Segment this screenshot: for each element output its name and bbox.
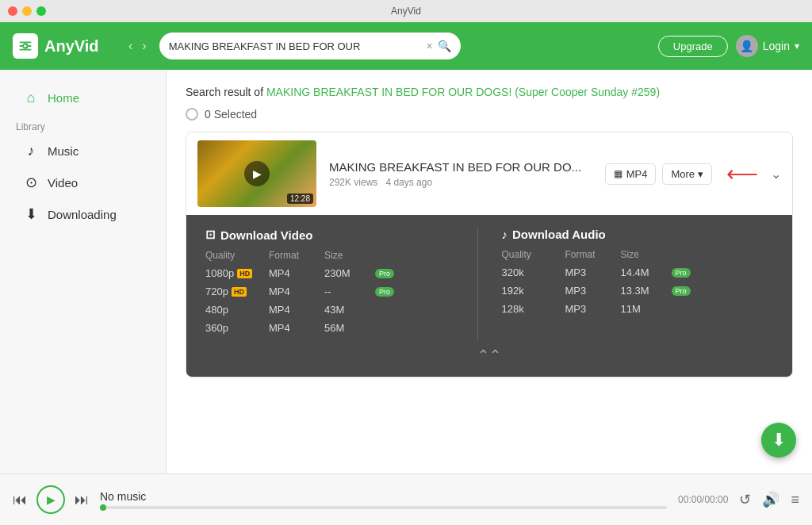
- hd-badge-720p: HD: [232, 287, 247, 297]
- player-controls: ⏮ ▶ ⏭: [13, 485, 89, 514]
- video-row-360p[interactable]: 360p MP4 56M: [205, 322, 477, 334]
- next-button[interactable]: ⏭: [75, 492, 89, 508]
- login-label: Login: [763, 40, 790, 52]
- video-info: MAKING BREAKFAST IN BED FOR OUR DO... 29…: [329, 160, 592, 188]
- video-card-header: ▶ 12:28 MAKING BREAKFAST IN BED FOR OUR …: [186, 132, 792, 215]
- audio-row-128k[interactable]: 128k MP3 11M: [502, 303, 774, 315]
- expand-icon[interactable]: ⌄: [771, 167, 781, 182]
- collapse-button[interactable]: ⌃⌃: [205, 347, 773, 364]
- home-icon: ⌂: [22, 90, 40, 106]
- video-thumbnail: ▶ 12:28: [197, 140, 316, 207]
- sidebar-item-video[interactable]: ⊙ Video: [6, 167, 159, 197]
- sidebar-item-music-label: Music: [48, 144, 79, 158]
- download-panel: ⊡ Download Video Quality Format Size 108…: [186, 215, 792, 377]
- chevron-down-icon: ▾: [698, 168, 703, 180]
- download-icon: ⬇: [22, 205, 40, 223]
- sidebar-item-home[interactable]: ⌂ Home: [6, 83, 159, 113]
- video-actions: ▦ MP4 More ▾ ⟵: [605, 161, 758, 187]
- quality-1080p: 1080pHD: [205, 267, 269, 279]
- more-button[interactable]: More ▾: [662, 163, 712, 185]
- red-arrow-indicator: ⟵: [726, 161, 758, 187]
- playlist-button[interactable]: ≡: [791, 492, 799, 508]
- logo-area: AnyVid: [13, 33, 116, 59]
- selected-count-label: 0 Selected: [205, 108, 257, 121]
- close-button[interactable]: [8, 6, 17, 16]
- pro-badge-320k: Pro: [672, 268, 691, 278]
- video-views: 292K views: [329, 177, 377, 188]
- forward-button[interactable]: ›: [139, 37, 149, 55]
- progress-bar[interactable]: [100, 506, 667, 509]
- format-mp3-320k: MP3: [565, 266, 621, 278]
- format-mp3-192k: MP3: [565, 285, 621, 297]
- main-content: Search result of MAKING BREAKFAST IN BED…: [167, 70, 812, 473]
- dropdown-icon[interactable]: ▾: [795, 40, 799, 52]
- time-display: 00:00/00:00: [678, 494, 728, 505]
- play-overlay-icon[interactable]: ▶: [244, 161, 270, 186]
- previous-button[interactable]: ⏮: [13, 492, 27, 508]
- quality-192k: 192k: [502, 285, 565, 297]
- repeat-button[interactable]: ↺: [739, 491, 751, 508]
- title-bar: AnyVid: [0, 0, 812, 22]
- format-mp4-720p: MP4: [269, 285, 324, 297]
- video-days-ago: 4 days ago: [385, 177, 432, 188]
- logo-icon: [13, 33, 38, 59]
- nav-arrows: ‹ ›: [125, 37, 150, 55]
- video-row-480p[interactable]: 480p MP4 43M: [205, 304, 477, 316]
- video-meta: 292K views 4 days ago: [329, 177, 592, 188]
- select-all-radio[interactable]: [186, 108, 198, 121]
- selected-row: 0 Selected: [186, 108, 793, 121]
- mp4-button[interactable]: ▦ MP4: [605, 163, 657, 185]
- header-right: Upgrade 👤 Login ▾: [658, 35, 799, 57]
- video-row-720p[interactable]: 720pHD MP4 -- Pro: [205, 285, 477, 297]
- format-mp4-360p: MP4: [269, 322, 324, 334]
- login-area[interactable]: 👤 Login ▾: [736, 35, 799, 57]
- search-icon[interactable]: 🔍: [438, 40, 451, 52]
- content-area: ⌂ Home Library ♪ Music ⊙ Video ⬇ Downloa…: [0, 70, 812, 473]
- sidebar-item-home-label: Home: [48, 91, 79, 105]
- quality-360p: 360p: [205, 322, 269, 334]
- pro-badge-192k: Pro: [672, 286, 691, 296]
- search-query-text: MAKING BREAKFAST IN BED FOR OUR: [169, 40, 422, 52]
- quality-320k: 320k: [502, 266, 565, 278]
- size-56m: 56M: [324, 322, 372, 334]
- duration-badge: 12:28: [287, 194, 313, 204]
- panel-columns: ⊡ Download Video Quality Format Size 108…: [205, 228, 773, 340]
- video-col-headers: Quality Format Size: [205, 250, 477, 261]
- video-icon: ⊙: [22, 174, 40, 191]
- audio-row-192k[interactable]: 192k MP3 13.3M Pro: [502, 285, 774, 297]
- audio-row-320k[interactable]: 320k MP3 14.4M Pro: [502, 266, 774, 278]
- search-clear-button[interactable]: ×: [426, 40, 432, 52]
- app-container: AnyVid ‹ › MAKING BREAKFAST IN BED FOR O…: [0, 22, 812, 525]
- mp4-icon: ▦: [614, 168, 622, 179]
- search-bar[interactable]: MAKING BREAKFAST IN BED FOR OUR × 🔍: [159, 33, 461, 59]
- size-14-4m: 14.4M: [621, 266, 668, 278]
- volume-button[interactable]: 🔊: [762, 491, 779, 508]
- play-pause-button[interactable]: ▶: [36, 485, 65, 514]
- back-button[interactable]: ‹: [125, 37, 136, 55]
- video-row-1080p[interactable]: 1080pHD MP4 230M Pro: [205, 267, 477, 279]
- search-result-prefix: Search result of: [186, 86, 266, 98]
- video-card: ▶ 12:28 MAKING BREAKFAST IN BED FOR OUR …: [186, 132, 793, 377]
- video-download-icon: ⊡: [205, 228, 216, 242]
- download-fab[interactable]: ⬇: [761, 423, 796, 458]
- avatar: 👤: [736, 35, 758, 57]
- pro-badge-720p: Pro: [375, 287, 394, 297]
- audio-download-title: ♪ Download Audio: [502, 228, 774, 241]
- sidebar-item-music[interactable]: ♪ Music: [6, 136, 159, 166]
- library-section-label: Library: [0, 113, 166, 136]
- window-controls: [8, 6, 46, 16]
- format-mp4-1080p: MP4: [269, 267, 324, 279]
- player-bar: ⏮ ▶ ⏭ No music 00:00/00:00 ↺ 🔊 ≡: [0, 473, 812, 525]
- maximize-button[interactable]: [36, 6, 46, 16]
- sidebar-item-downloading[interactable]: ⬇ Downloading: [6, 199, 159, 229]
- pro-badge-1080p: Pro: [375, 269, 394, 278]
- minimize-button[interactable]: [22, 6, 32, 16]
- logo-text: AnyVid: [44, 37, 99, 56]
- player-info: No music: [100, 490, 667, 509]
- upgrade-button[interactable]: Upgrade: [658, 36, 728, 57]
- header: AnyVid ‹ › MAKING BREAKFAST IN BED FOR O…: [0, 22, 812, 70]
- sidebar: ⌂ Home Library ♪ Music ⊙ Video ⬇ Downloa…: [0, 70, 167, 473]
- audio-col-headers: Quality Format Size: [502, 249, 774, 260]
- video-title: MAKING BREAKFAST IN BED FOR OUR DO...: [329, 160, 592, 174]
- size-11m: 11M: [621, 303, 668, 315]
